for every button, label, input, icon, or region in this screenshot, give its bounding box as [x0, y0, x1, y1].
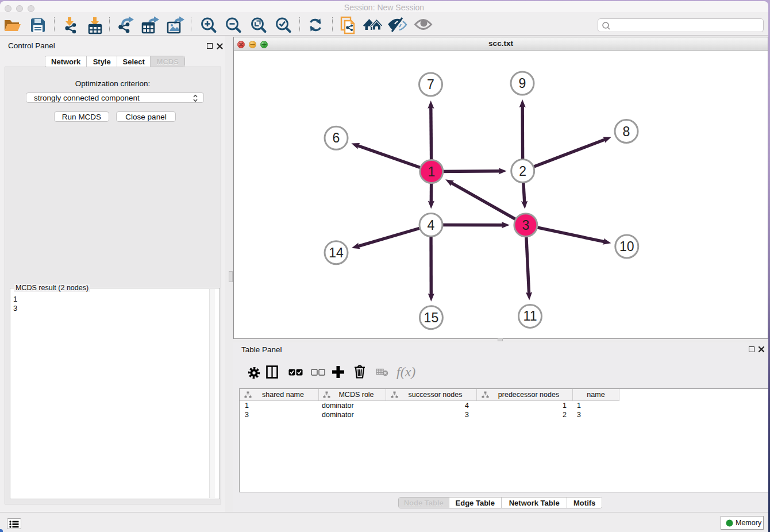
svg-text:10: 10	[619, 239, 634, 254]
svg-text:15: 15	[424, 310, 439, 325]
svg-text:4: 4	[428, 218, 435, 233]
svg-text:1: 1	[428, 164, 435, 179]
svg-text:3: 3	[522, 218, 530, 233]
svg-text:7: 7	[427, 77, 434, 92]
svg-text:14: 14	[329, 245, 344, 260]
svg-text:8: 8	[623, 124, 630, 139]
svg-text:2: 2	[519, 164, 526, 179]
svg-text:9: 9	[519, 76, 526, 91]
svg-text:6: 6	[333, 130, 340, 145]
svg-text:11: 11	[523, 309, 537, 323]
